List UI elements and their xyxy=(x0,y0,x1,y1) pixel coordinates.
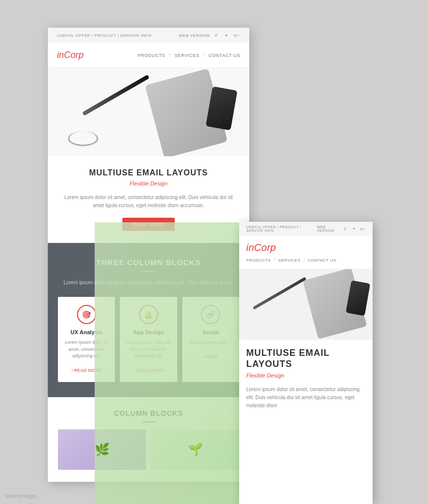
back-main-body: Lorem ipsum dolor sit amet, consectetur … xyxy=(246,386,366,410)
earphone-shape xyxy=(68,131,98,146)
facebook-icon[interactable]: f xyxy=(213,32,220,39)
back-nav-products[interactable]: PRODUCTS xyxy=(246,258,271,263)
header-nav-back: inCorp PRODUCTS / SERVICES / CONTACT US xyxy=(239,236,373,269)
back-logo-prefix: in xyxy=(246,242,254,253)
back-facebook-icon[interactable]: f xyxy=(342,225,348,232)
back-nav-contact[interactable]: CONTACT US xyxy=(308,258,336,263)
top-bar-front: USEFUL OFFER / PRODUCT / SERVICE INFO WE… xyxy=(48,28,249,43)
top-bar-back: USEFUL OFFER / PRODUCT / SERVICE INFO WE… xyxy=(239,222,373,236)
column-blocks-section: COLUMN BLOCKS 🌿 🌱 xyxy=(48,397,249,482)
back-web-version: WEB VERSION xyxy=(317,225,339,232)
back-twitter-icon[interactable]: ✦ xyxy=(351,225,356,232)
main-subtitle: Flexible Design xyxy=(63,180,234,186)
hero-image-back xyxy=(239,269,373,340)
googleplus-icon[interactable]: g+ xyxy=(233,32,240,39)
hero-image-front xyxy=(48,68,249,156)
nav-sep-2: / xyxy=(203,53,205,58)
ux-analysis-icon: 🎯 xyxy=(77,305,96,324)
web-version-label: WEB VERSION xyxy=(179,33,210,38)
back-main-subtitle: Flexible Design xyxy=(246,372,366,379)
nav-products[interactable]: PRODUCTS xyxy=(137,53,165,58)
top-bar-right: WEB VERSION f ✦ g+ xyxy=(179,32,240,39)
logo-back: inCorp xyxy=(246,242,276,254)
back-offer-text: USEFUL OFFER / PRODUCT / SERVICE INFO xyxy=(246,225,317,232)
back-googleplus-icon[interactable]: g+ xyxy=(360,225,366,232)
twitter-icon[interactable]: ✦ xyxy=(223,32,230,39)
back-main-heading: MULTIUSE EMAIL LAYOUTS xyxy=(246,348,366,369)
header-nav-front: inCorp PRODUCTS / SERVICES / CONTACT US xyxy=(48,43,249,68)
main-body: Lorem ipsum dolor sit amet, consectetur … xyxy=(63,194,234,210)
nav-contact[interactable]: CONTACT US xyxy=(208,53,240,58)
back-logo-suffix: Corp xyxy=(254,242,276,253)
card-back: USEFUL OFFER / PRODUCT / SERVICE INFO WE… xyxy=(239,222,373,504)
back-nav-links: PRODUCTS / SERVICES / CONTACT US xyxy=(246,258,336,263)
back-main-content: MULTIUSE EMAIL LAYOUTS Flexible Design L… xyxy=(239,340,373,426)
top-bar-offer-text: USEFUL OFFER / PRODUCT / SERVICE INFO xyxy=(57,33,152,38)
logo-prefix: in xyxy=(57,50,64,60)
back-nav-sep-2: / xyxy=(304,258,305,263)
nav-services[interactable]: SERVICES xyxy=(174,53,199,58)
back-nav-services[interactable]: SERVICES xyxy=(278,258,300,263)
two-col-grid: 🌿 🌱 xyxy=(58,429,239,470)
nav-links-front: PRODUCTS / SERVICES / CONTACT US xyxy=(137,53,240,58)
back-nav-sep-1: / xyxy=(274,258,275,263)
device-illustration xyxy=(48,68,249,156)
logo-suffix: Corp xyxy=(64,50,84,60)
logo-front: inCorp xyxy=(57,50,84,60)
watermark-text: www.heritage... xyxy=(5,493,39,499)
main-heading: MULTIUSE EMAIL LAYOUTS xyxy=(63,168,234,177)
nav-sep-1: / xyxy=(169,53,171,58)
card-front: USEFUL OFFER / PRODUCT / SERVICE INFO WE… xyxy=(48,28,249,482)
back-pen-shape xyxy=(253,277,307,309)
col-img-2: 🌱 xyxy=(151,429,239,470)
back-top-right: WEB VERSION f ✦ g+ xyxy=(317,225,366,232)
